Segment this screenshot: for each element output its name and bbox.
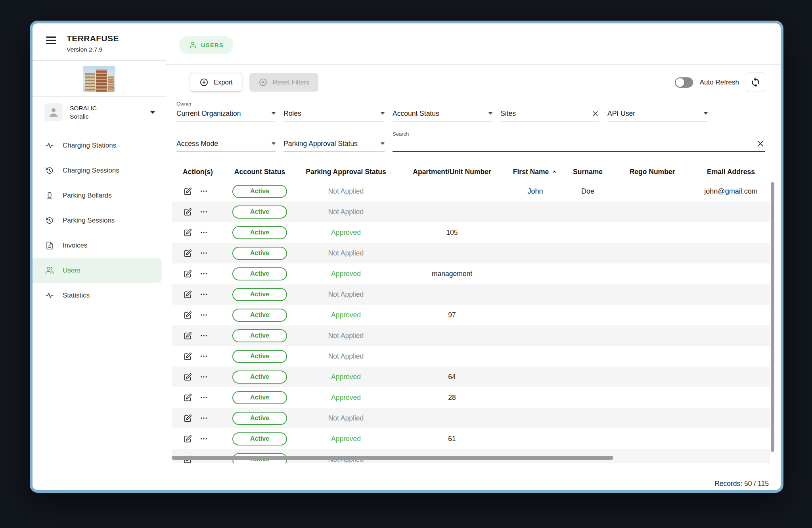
edit-row-button[interactable]: [184, 332, 192, 340]
row-actions: [172, 208, 224, 216]
edit-row-button[interactable]: [184, 249, 192, 257]
edit-icon: [184, 414, 192, 422]
row-menu-button[interactable]: [200, 352, 208, 360]
sidebar-item-users[interactable]: Users: [33, 258, 162, 283]
vertical-scrollbar[interactable]: [771, 182, 774, 452]
history-icon: [45, 216, 54, 225]
edit-row-button[interactable]: [184, 311, 192, 319]
edit-row-button[interactable]: [184, 208, 192, 216]
column-header-first-name[interactable]: First Name: [508, 168, 563, 176]
row-menu-button[interactable]: [200, 228, 208, 236]
row-menu-button[interactable]: [200, 332, 208, 340]
row-actions: [172, 394, 224, 402]
account-status-badge: Active: [232, 205, 287, 219]
person-icon: [189, 41, 197, 49]
table-row: ActiveNot Applied: [172, 202, 770, 222]
export-button[interactable]: Export: [190, 73, 242, 92]
filter-api-user-select[interactable]: API User: [607, 101, 708, 121]
filter-roles-select[interactable]: Roles: [283, 101, 385, 121]
horizontal-scrollbar[interactable]: [172, 456, 613, 460]
edit-row-button[interactable]: [184, 414, 192, 422]
sort-ascending-icon: [552, 169, 557, 175]
edit-row-button[interactable]: [184, 435, 192, 443]
edit-row-button[interactable]: [184, 187, 192, 196]
row-menu-button[interactable]: [200, 414, 208, 422]
chevron-down-icon: [381, 112, 385, 115]
hamburger-menu-icon[interactable]: [46, 36, 56, 44]
row-menu-button[interactable]: [200, 435, 208, 443]
organization-selector[interactable]: SORALIC Soralic: [33, 97, 166, 128]
clear-search-icon[interactable]: [756, 139, 765, 148]
sidebar: TERRAFUSE Version 2.7.9 SORALIC Soralic: [33, 23, 166, 490]
column-header-apartment[interactable]: Apartment/Unit Number: [396, 168, 508, 176]
sidebar-item-invoices[interactable]: Invoices: [33, 233, 162, 258]
column-header-account-status[interactable]: Account Status: [224, 168, 295, 176]
app-title: TERRAFUSE: [67, 34, 119, 43]
account-status-badge: Active: [232, 391, 287, 404]
sidebar-item-parking-bollards[interactable]: Parking Bollards: [33, 183, 162, 208]
filter-sites-select[interactable]: Sites: [500, 101, 599, 121]
reset-filters-button[interactable]: Reset Filters: [249, 73, 319, 92]
column-header-actions: Action(s): [172, 168, 224, 176]
refresh-button[interactable]: [746, 73, 765, 92]
organization-names: SORALIC Soralic: [70, 105, 97, 120]
parking-approval-status: Approved: [331, 394, 361, 401]
search-input[interactable]: Search: [393, 131, 765, 152]
sidebar-item-statistics[interactable]: Statistics: [33, 283, 162, 308]
row-menu-button[interactable]: [200, 290, 208, 298]
edit-icon: [184, 373, 192, 381]
main-content: USERS Export Reset Filters Auto Refresh: [166, 23, 781, 490]
search-label: Search: [393, 131, 765, 138]
row-menu-button[interactable]: [200, 394, 208, 401]
email-cell: john@gmail.com: [692, 187, 770, 196]
table-row: ActiveApproved64: [172, 367, 770, 387]
users-page-chip[interactable]: USERS: [179, 36, 234, 54]
sidebar-item-charging-sessions[interactable]: Charging Sessions: [33, 158, 162, 183]
row-menu-button[interactable]: [200, 311, 208, 319]
filter-owner-select[interactable]: Owner Current Organization: [176, 101, 276, 121]
users-table: Action(s) Account Status Parking Approva…: [172, 163, 770, 463]
sidebar-item-parking-sessions[interactable]: Parking Sessions: [33, 208, 162, 233]
table-row: ActiveApproved105: [172, 222, 770, 243]
row-menu-button[interactable]: [200, 187, 208, 195]
edit-row-button[interactable]: [184, 270, 192, 278]
column-header-rego[interactable]: Rego Number: [613, 168, 692, 176]
more-menu-icon: [200, 187, 208, 195]
edit-row-button[interactable]: [184, 228, 192, 237]
column-header-surname[interactable]: Surname: [563, 168, 613, 176]
filter-access-mode-select[interactable]: Access Mode: [176, 131, 276, 152]
sidebar-item-label: Charging Sessions: [63, 167, 119, 175]
row-actions: [172, 414, 224, 422]
table-row: ActiveNot Applied: [172, 243, 770, 263]
filter-sites-value: Sites: [500, 109, 516, 118]
row-menu-button[interactable]: [200, 208, 208, 216]
filter-account-status-select[interactable]: Account Status: [393, 101, 492, 121]
edit-row-button[interactable]: [184, 352, 192, 361]
sidebar-item-charging-stations[interactable]: Charging Stations: [33, 133, 162, 158]
clear-icon[interactable]: [591, 109, 599, 118]
parking-approval-status: Not Applied: [328, 208, 364, 216]
edit-row-button[interactable]: [184, 373, 192, 381]
edit-row-button[interactable]: [184, 290, 192, 299]
filter-parking-approval-select[interactable]: Parking Approval Status: [283, 131, 385, 152]
row-menu-button[interactable]: [200, 373, 208, 381]
row-actions: [172, 435, 224, 443]
apartment-unit-cell: 97: [396, 311, 508, 319]
auto-refresh-toggle[interactable]: [675, 77, 693, 88]
sidebar-header: TERRAFUSE Version 2.7.9: [33, 23, 166, 60]
table-row: ActiveApproved28: [172, 387, 770, 408]
column-header-email[interactable]: Email Address: [692, 168, 770, 176]
history-icon: [45, 166, 54, 175]
more-menu-icon: [200, 435, 208, 443]
account-status-badge: Active: [232, 371, 287, 384]
parking-approval-status: Not Applied: [328, 290, 364, 298]
edit-icon: [184, 270, 192, 278]
apartment-unit-cell: 28: [396, 394, 508, 402]
filter-parking-approval-value: Parking Approval Status: [283, 140, 358, 148]
column-header-parking-approval[interactable]: Parking Approval Status: [295, 168, 396, 176]
sidebar-item-label: Invoices: [63, 242, 87, 250]
row-menu-button[interactable]: [200, 270, 208, 278]
edit-row-button[interactable]: [184, 394, 192, 402]
row-menu-button[interactable]: [200, 249, 208, 257]
account-status-badge: Active: [232, 226, 287, 239]
